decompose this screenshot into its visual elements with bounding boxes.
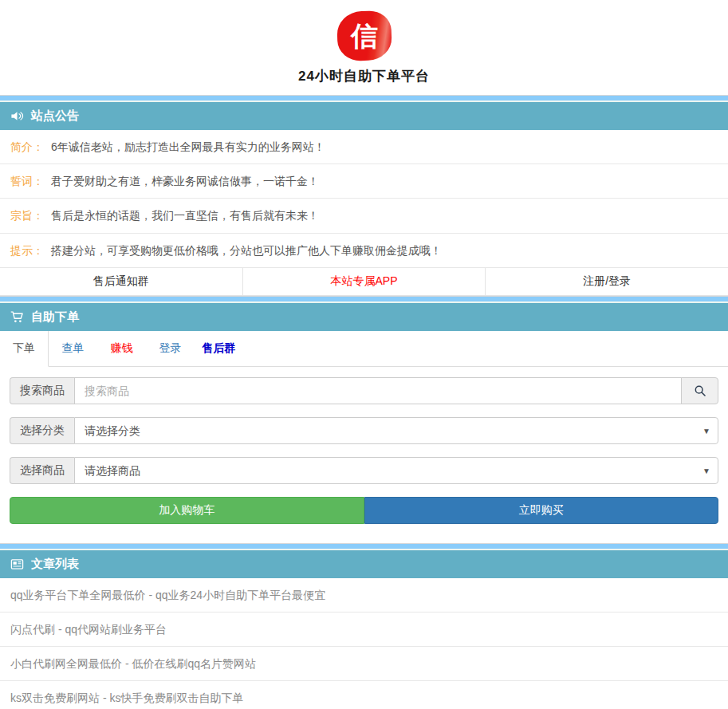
register-login-link[interactable]: 注册/登录 [485,268,728,295]
article-link[interactable]: 闪点代刷 - qq代网站刷业务平台 [0,612,728,647]
announcement-label: 提示： [10,243,44,258]
product-select-wrap: 请选择商品 ▼ [74,457,718,484]
order-actions: 加入购物车 立即购买 [10,497,718,524]
announcement-section-title: 站点公告 [31,108,79,124]
newspaper-icon [10,557,24,571]
search-product-label: 搜索商品 [10,377,74,404]
category-select-wrap: 请选择分类 ▼ [74,417,718,444]
announcement-row: 提示： 搭建分站，可享受购物更低价格哦，分站也可以推广他人下单赚取佣金提成哦！ [0,234,728,268]
articles-section-header: 文章列表 [0,550,728,578]
aftersale-group-link[interactable]: 售后通知群 [0,268,242,295]
select-category-label: 选择分类 [10,417,74,444]
add-to-cart-button[interactable]: 加入购物车 [10,497,364,524]
category-select[interactable]: 请选择分类 [74,417,718,444]
tab-aftersale-group[interactable]: 售后群 [195,331,243,366]
search-icon [694,384,706,397]
order-section-title: 自助下单 [31,309,79,325]
tab-place-order[interactable]: 下单 [0,331,49,367]
search-button[interactable] [681,377,718,404]
order-section-header: 自助下单 [0,303,728,331]
page-title: 24小时自助下单平台 [0,67,728,85]
tab-earn-money[interactable]: 赚钱 [97,331,146,366]
announcement-text: 6年诚信老站，励志打造出全网最具有实力的业务网站！ [51,140,325,154]
cart-icon [10,310,24,324]
announcement-text: 搭建分站，可享受购物更低价格哦，分站也可以推广他人下单赚取佣金提成哦！ [51,243,442,258]
section-divider-strip [0,296,728,303]
select-product-group: 选择商品 请选择商品 ▼ [10,457,718,484]
tab-login[interactable]: 登录 [146,331,195,366]
section-divider-strip [0,95,728,102]
order-tabs: 下单 查单 赚钱 登录 售后群 [0,331,728,367]
site-logo: 信 [336,10,392,61]
search-product-input[interactable] [74,377,682,404]
tab-check-order[interactable]: 查单 [49,331,97,366]
quick-links-row: 售后通知群 本站专属APP 注册/登录 [0,268,728,296]
select-product-label: 选择商品 [10,457,74,484]
announcement-row: 宗旨： 售后是永恒的话题，我们一直坚信，有售后就有未来！ [0,199,728,233]
search-product-group: 搜索商品 [10,377,718,404]
announcement-label: 简介： [10,140,44,154]
announcement-row: 简介： 6年诚信老站，励志打造出全网最具有实力的业务网站！ [0,130,728,164]
announcement-text: 君子爱财助之有道，梓豪业务网诚信做事，一诺千金！ [51,174,319,188]
logo-seal-character: 信 [351,22,378,49]
article-link[interactable]: 小白代刷网全网最低价 - 低价在线刷qq名片赞网站 [0,647,728,681]
order-form: 搜索商品 选择分类 请选择分类 ▼ 选择商品 请选择商品 ▼ 加入购物车 立即购… [0,367,728,543]
section-divider-strip [0,543,728,550]
speaker-icon [10,109,24,123]
announcement-section-header: 站点公告 [0,102,728,130]
announcement-text: 售后是永恒的话题，我们一直坚信，有售后就有未来！ [51,208,319,223]
article-link[interactable]: qq业务平台下单全网最低价 - qq业务24小时自助下单平台最便宜 [0,578,728,612]
buy-now-button[interactable]: 立即购买 [364,497,719,524]
announcement-label: 宗旨： [10,208,44,223]
site-header: 信 24小时自助下单平台 [0,0,728,95]
announcement-label: 誓词： [10,174,44,188]
announcement-row: 誓词： 君子爱财助之有道，梓豪业务网诚信做事，一诺千金！ [0,164,728,199]
site-app-link[interactable]: 本站专属APP [242,268,486,295]
article-link[interactable]: ks双击免费刷网站 - ks快手免费刷双击自助下单 [0,681,728,709]
product-select[interactable]: 请选择商品 [74,457,718,484]
articles-section-title: 文章列表 [31,557,79,572]
select-category-group: 选择分类 请选择分类 ▼ [10,417,718,444]
